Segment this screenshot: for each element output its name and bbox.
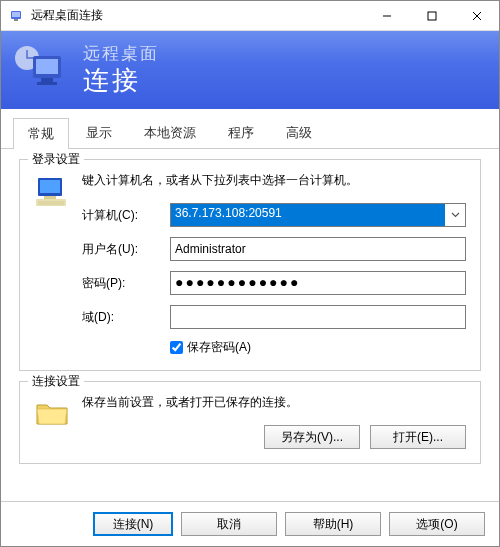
password-input[interactable]: ●●●●●●●●●●●● bbox=[170, 271, 466, 295]
help-button[interactable]: 帮助(H) bbox=[285, 512, 381, 536]
tab-content: 登录设置 键入计算机名，或者从下拉列表中选择一台计算机。 计算机(C): 36.… bbox=[1, 149, 499, 501]
conn-instruction: 保存当前设置，或者打开已保存的连接。 bbox=[82, 394, 466, 411]
computer-icon bbox=[34, 174, 70, 210]
username-input[interactable] bbox=[170, 237, 466, 261]
open-button[interactable]: 打开(E)... bbox=[370, 425, 466, 449]
maximize-button[interactable] bbox=[409, 1, 454, 30]
close-icon bbox=[472, 11, 482, 21]
app-icon bbox=[9, 8, 25, 24]
banner-text: 远程桌面 连接 bbox=[83, 42, 159, 98]
username-label: 用户名(U): bbox=[82, 241, 170, 258]
computer-label: 计算机(C): bbox=[82, 207, 170, 224]
minimize-icon bbox=[382, 11, 392, 21]
tab-general[interactable]: 常规 bbox=[13, 118, 69, 149]
svg-rect-14 bbox=[44, 196, 56, 199]
options-button[interactable]: 选项(O) bbox=[389, 512, 485, 536]
connect-button[interactable]: 连接(N) bbox=[93, 512, 173, 536]
close-button[interactable] bbox=[454, 1, 499, 30]
tab-display[interactable]: 显示 bbox=[71, 117, 127, 148]
computer-combo[interactable]: 36.7.173.108:20591 bbox=[170, 203, 466, 227]
dialog-buttons: 连接(N) 取消 帮助(H) 选项(O) bbox=[1, 501, 499, 546]
domain-label: 域(D): bbox=[82, 309, 170, 326]
svg-rect-13 bbox=[40, 180, 60, 193]
folder-icon bbox=[34, 396, 70, 432]
banner-computer-icon bbox=[13, 42, 69, 98]
combo-dropdown-button[interactable] bbox=[445, 204, 465, 226]
svg-rect-9 bbox=[36, 59, 58, 74]
window-title: 远程桌面连接 bbox=[31, 7, 364, 24]
banner: 远程桌面 连接 bbox=[1, 31, 499, 109]
tab-strip: 常规 显示 本地资源 程序 高级 bbox=[1, 109, 499, 149]
svg-rect-4 bbox=[428, 12, 436, 20]
window-controls bbox=[364, 1, 499, 30]
chevron-down-icon bbox=[451, 212, 460, 218]
svg-rect-11 bbox=[37, 82, 57, 85]
tab-programs[interactable]: 程序 bbox=[213, 117, 269, 148]
computer-input[interactable]: 36.7.173.108:20591 bbox=[171, 204, 445, 226]
titlebar: 远程桌面连接 bbox=[1, 1, 499, 31]
tab-advanced[interactable]: 高级 bbox=[271, 117, 327, 148]
login-group-title: 登录设置 bbox=[28, 151, 84, 168]
domain-input[interactable] bbox=[170, 305, 466, 329]
svg-rect-2 bbox=[14, 19, 18, 21]
svg-rect-10 bbox=[41, 78, 53, 82]
connection-settings-group: 连接设置 保存当前设置，或者打开已保存的连接。 另存为(V)... 打开(E).… bbox=[19, 381, 481, 464]
rdc-window: 远程桌面连接 远程桌面 连接 常规 显示 本地资源 程序 高级 登录设置 bbox=[0, 0, 500, 547]
minimize-button[interactable] bbox=[364, 1, 409, 30]
banner-title: 连接 bbox=[83, 63, 159, 98]
save-password-label: 保存密码(A) bbox=[187, 339, 251, 356]
svg-rect-15 bbox=[36, 199, 66, 206]
password-label: 密码(P): bbox=[82, 275, 170, 292]
banner-subtitle: 远程桌面 bbox=[83, 42, 159, 65]
maximize-icon bbox=[427, 11, 437, 21]
svg-rect-1 bbox=[12, 12, 20, 17]
cancel-button[interactable]: 取消 bbox=[181, 512, 277, 536]
tab-local-resources[interactable]: 本地资源 bbox=[129, 117, 211, 148]
conn-group-title: 连接设置 bbox=[28, 373, 84, 390]
login-instruction: 键入计算机名，或者从下拉列表中选择一台计算机。 bbox=[82, 172, 466, 189]
login-settings-group: 登录设置 键入计算机名，或者从下拉列表中选择一台计算机。 计算机(C): 36.… bbox=[19, 159, 481, 371]
save-as-button[interactable]: 另存为(V)... bbox=[264, 425, 360, 449]
save-password-checkbox[interactable] bbox=[170, 341, 183, 354]
